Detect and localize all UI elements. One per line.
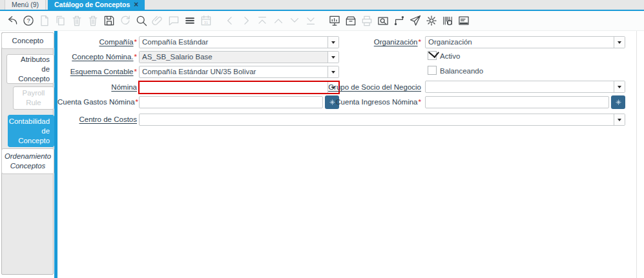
toolbar: ?31 <box>0 11 644 31</box>
centro-de-costos-combobox[interactable] <box>139 114 625 126</box>
organizacion-combobox[interactable]: Organización <box>425 36 625 48</box>
close-icon[interactable]: × <box>134 1 138 9</box>
print-icon <box>358 13 375 29</box>
previous-record-icon <box>222 13 238 29</box>
grid-toggle-icon[interactable] <box>182 13 198 29</box>
next-record-icon <box>238 13 254 29</box>
caret-down-icon <box>331 71 335 75</box>
sidebar-tab-contabilidad-de-concepto[interactable]: Contabilidad de Concepto <box>8 115 54 147</box>
refresh-icon <box>117 13 133 29</box>
grupo-socio-negocio-value <box>426 81 614 92</box>
content-right-divider <box>636 31 637 278</box>
request-icon[interactable] <box>407 13 423 29</box>
report-icon[interactable] <box>326 13 342 29</box>
caret-down-icon <box>618 86 621 90</box>
parent-record-icon <box>270 13 286 29</box>
zoom-across-icon[interactable] <box>375 13 391 29</box>
new-record-icon <box>36 13 52 29</box>
centro-de-costos-dropdown-button[interactable] <box>614 114 625 125</box>
concepto-nomina-combobox[interactable]: AS_SB_Salario Base <box>139 51 339 63</box>
tab-catalogo-de-conceptos[interactable]: Catálogo de Conceptos × <box>48 0 145 10</box>
organizacion-value: Organización <box>426 37 614 48</box>
field-label-organizacion[interactable]: Organización* <box>271 38 421 46</box>
esquema-contable-value: Compañía Estándar UN/35 Bolivar <box>140 66 327 77</box>
log-console-icon[interactable] <box>455 13 472 29</box>
tab-menu[interactable]: Menú (9) <box>5 0 46 10</box>
application-window: Menú (9) Catálogo de Conceptos × ?31 Con… <box>0 0 644 278</box>
calendar-icon: 31 <box>198 13 214 29</box>
first-record-icon <box>254 13 270 29</box>
grupo-socio-negocio-combobox[interactable] <box>425 81 625 93</box>
balanceando-checkbox-label: Balanceando <box>440 67 483 75</box>
esquema-contable-combobox[interactable]: Compañía Estándar UN/35 Bolivar <box>139 66 339 78</box>
activo-checkbox-label: Activo <box>440 52 460 60</box>
undo-icon[interactable] <box>4 13 20 29</box>
active-workflows-icon[interactable] <box>391 13 407 29</box>
attachment-icon <box>149 13 165 29</box>
detail-record-icon <box>286 13 302 29</box>
grupo-socio-negocio-dropdown-button[interactable] <box>614 81 625 92</box>
quick-form-icon[interactable] <box>439 13 455 29</box>
concepto-nomina-dropdown-button[interactable] <box>327 52 338 63</box>
cuenta-ingresos-input[interactable] <box>425 96 609 108</box>
centro-de-costos-value <box>140 114 614 125</box>
tab-catalogo-label: Catálogo de Conceptos <box>54 0 130 10</box>
balanceando-checkbox[interactable] <box>428 66 437 75</box>
delete-record-icon <box>68 13 85 29</box>
last-record-icon <box>302 13 318 29</box>
cuenta-ingresos-account-button[interactable] <box>611 95 625 109</box>
sidebar-tab-concepto[interactable]: Concepto <box>1 32 54 49</box>
sidebar-tab-payroll-rule: Payroll Rule <box>13 86 54 110</box>
sidebar-tab-atributos-de-concepto[interactable]: Atributos de Concepto <box>6 54 54 84</box>
delete-selection-icon <box>85 13 101 29</box>
field-label-esquema-contable[interactable]: Esquema Contable* <box>57 68 137 75</box>
esquema-contable-dropdown-button[interactable] <box>327 66 338 77</box>
sidebar-tab-ordenamiento-conceptos[interactable]: Ordenamiento Conceptos <box>1 148 54 174</box>
activo-checkbox[interactable] <box>428 51 437 60</box>
field-label-compania[interactable]: Compañía* <box>57 38 137 46</box>
organizacion-dropdown-button[interactable] <box>614 37 625 48</box>
tab-menu-label: Menú (9) <box>12 0 39 10</box>
field-label-concepto-nomina[interactable]: Concepto Nómina.* <box>57 53 137 61</box>
copy-record-icon <box>52 13 68 29</box>
field-label-grupo-socio-negocio[interactable]: Grupo de Socio del Negocio <box>271 83 421 91</box>
caret-down-icon <box>331 56 335 61</box>
caret-down-icon <box>618 41 621 46</box>
field-label-cuenta-ingresos[interactable]: Cuenta Ingresos Nómina* <box>271 98 421 106</box>
field-label-nomina[interactable]: Nómina <box>57 83 137 91</box>
svg-text:?: ? <box>26 17 30 24</box>
save-icon[interactable] <box>101 13 117 29</box>
find-icon[interactable] <box>133 13 149 29</box>
svg-text:31: 31 <box>203 21 207 25</box>
chat-icon <box>165 13 182 29</box>
account-editor-icon <box>615 99 622 106</box>
concepto-nomina-value: AS_SB_Salario Base <box>140 52 327 63</box>
caret-down-icon <box>618 119 621 123</box>
field-label-centro-de-costos[interactable]: Centro de Costos <box>57 115 137 123</box>
field-label-cuenta-gastos[interactable]: Cuenta Gastos Nómina* <box>57 98 137 106</box>
preferences-icon[interactable] <box>423 13 439 29</box>
window-tabbar: Menú (9) Catálogo de Conceptos × <box>0 0 644 11</box>
help-icon[interactable]: ? <box>20 13 36 29</box>
archive-icon[interactable] <box>342 13 358 29</box>
